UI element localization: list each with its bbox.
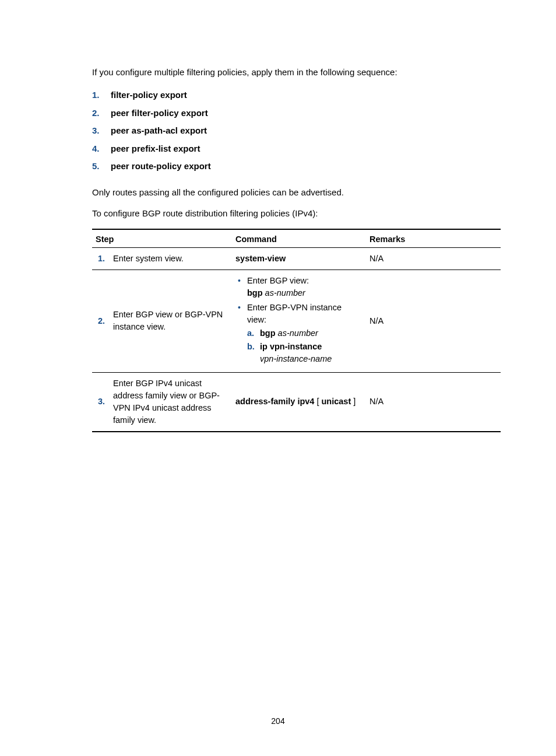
list-item: 4. peer prefix-list export xyxy=(92,140,501,158)
cmd-param: as-number xyxy=(265,288,305,298)
step-number: 3. xyxy=(96,396,113,408)
list-text: filter-policy export xyxy=(111,89,187,102)
list-text: peer as-path-acl export xyxy=(111,124,207,138)
letter-marker: b. xyxy=(247,341,255,353)
th-step: Step xyxy=(92,229,232,248)
cmd-param: vpn-instance-name xyxy=(260,354,332,363)
list-text: peer prefix-list export xyxy=(111,142,200,156)
command-text: system-view xyxy=(235,254,286,263)
step-description: Enter BGP IPv4 unicast address family vi… xyxy=(113,377,228,426)
list-text: peer route-policy export xyxy=(111,160,211,173)
table-row: 3. Enter BGP IPv4 unicast address family… xyxy=(92,372,501,432)
th-command: Command xyxy=(232,229,366,248)
bullet-item: Enter BGP view: bgp as-number xyxy=(235,275,363,299)
remarks-cell: N/A xyxy=(366,372,501,432)
letter-marker: a. xyxy=(247,327,254,340)
paragraph: To configure BGP route distribution filt… xyxy=(92,207,501,220)
step-cell: 1. Enter system view. xyxy=(92,247,232,270)
remarks-cell: N/A xyxy=(366,270,501,372)
step-cell: 3. Enter BGP IPv4 unicast address family… xyxy=(92,372,232,432)
step-description: Enter BGP view or BGP-VPN instance view. xyxy=(113,309,228,333)
cmd-keyword: bgp xyxy=(260,328,276,338)
cmd-keyword: unicast xyxy=(322,397,351,406)
command-cell: system-view xyxy=(232,247,366,270)
step-cell: 2. Enter BGP view or BGP-VPN instance vi… xyxy=(92,270,232,372)
bullet-item: Enter BGP-VPN instance view: a. bgp as-n… xyxy=(235,302,363,365)
sub-item: b. ip vpn-instance vpn-instance-name xyxy=(247,341,363,365)
bullet-text: Enter BGP view: xyxy=(247,276,309,285)
intro-paragraph: If you configure multiple filtering poli… xyxy=(92,66,501,78)
th-remarks: Remarks xyxy=(366,229,501,248)
list-number: 4. xyxy=(92,142,111,156)
document-page: If you configure multiple filtering poli… xyxy=(0,0,556,432)
bullet-text: Enter BGP-VPN instance view: xyxy=(247,303,342,324)
list-item: 3. peer as-path-acl export xyxy=(92,122,501,140)
step-number: 1. xyxy=(96,253,113,265)
bracket: [ xyxy=(314,397,321,406)
table-header-row: Step Command Remarks xyxy=(92,229,501,248)
command-cell: Enter BGP view: bgp as-number Enter BGP-… xyxy=(232,270,366,372)
paragraph: Only routes passing all the configured p… xyxy=(92,186,501,200)
sub-item: a. bgp as-number xyxy=(247,327,363,340)
bracket: ] xyxy=(351,397,356,406)
list-item: 2. peer filter-policy export xyxy=(92,104,501,123)
list-item: 1. filter-policy export xyxy=(92,86,501,104)
list-number: 1. xyxy=(92,89,111,102)
list-number: 3. xyxy=(92,124,111,138)
cmd-keyword: bgp xyxy=(247,288,263,298)
remarks-cell: N/A xyxy=(366,247,501,270)
list-item: 5. peer route-policy export xyxy=(92,158,501,176)
step-description: Enter system view. xyxy=(113,253,228,265)
step-number: 2. xyxy=(96,315,113,327)
list-number: 2. xyxy=(92,107,111,120)
table-row: 1. Enter system view. system-view N/A xyxy=(92,247,501,270)
config-table: Step Command Remarks 1. Enter system vie… xyxy=(92,229,501,432)
list-text: peer filter-policy export xyxy=(111,107,208,120)
page-number: 204 xyxy=(0,716,556,726)
command-cell: address-family ipv4 [ unicast ] xyxy=(232,372,366,432)
table-row: 2. Enter BGP view or BGP-VPN instance vi… xyxy=(92,270,501,372)
cmd-keyword: address-family ipv4 xyxy=(235,397,314,406)
policy-sequence-list: 1. filter-policy export 2. peer filter-p… xyxy=(92,86,501,176)
cmd-param: as-number xyxy=(278,328,318,338)
cmd-keyword: ip vpn-instance xyxy=(260,342,322,351)
list-number: 5. xyxy=(92,160,111,173)
